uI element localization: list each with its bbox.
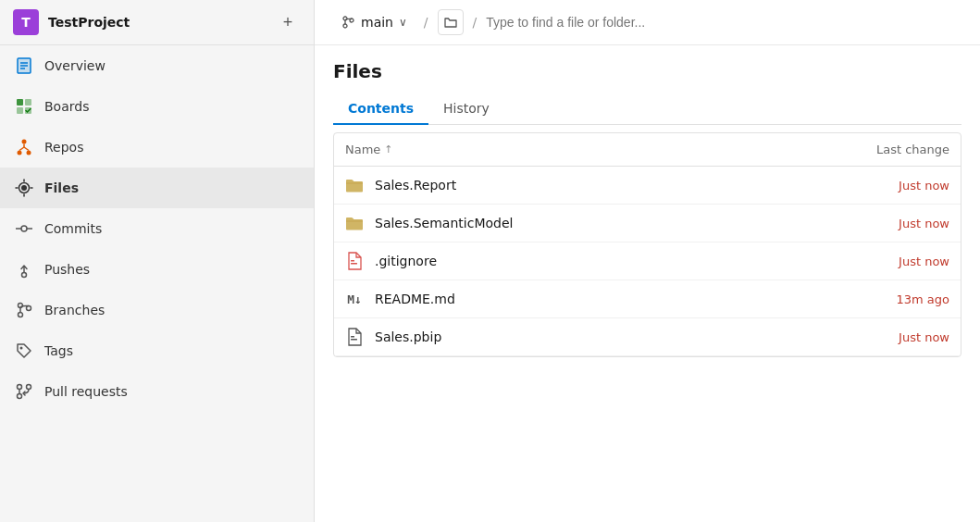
sidebar-scroll: Overview Boards [0, 45, 314, 522]
sidebar-item-label-commits: Commits [44, 221, 102, 236]
file-name: Sales.Report [375, 178, 864, 193]
sidebar-item-label-boards: Boards [44, 99, 89, 114]
file-time: Just now [875, 179, 949, 193]
tags-icon [15, 342, 33, 360]
svg-point-10 [18, 151, 22, 155]
sidebar-item-overview[interactable]: Overview [0, 45, 314, 86]
sidebar-item-pushes[interactable]: Pushes [0, 249, 314, 290]
file-name: .gitignore [375, 254, 864, 268]
sidebar-header: T TestProject + [0, 0, 314, 45]
file-name: Sales.pbip [375, 329, 864, 344]
table-wrapper: Name ↑ Last change Sales.Report Just now [333, 132, 961, 357]
file-icon [345, 252, 364, 270]
svg-rect-42 [351, 339, 357, 341]
svg-line-14 [24, 147, 29, 151]
add-project-button[interactable]: + [275, 9, 301, 35]
sidebar-item-commits[interactable]: Commits [0, 208, 314, 249]
svg-point-21 [21, 226, 27, 231]
table-row[interactable]: Sales.SemanticModel Just now [334, 205, 961, 242]
file-time: Just now [875, 217, 949, 230]
svg-point-11 [27, 151, 31, 155]
sort-icon: ↑ [384, 143, 392, 155]
repos-icon [15, 138, 33, 156]
branch-name: main [361, 15, 393, 30]
sidebar-item-boards[interactable]: Boards [0, 86, 314, 127]
files-icon [15, 179, 33, 197]
sidebar-item-pull-requests[interactable]: Pull requests [0, 371, 314, 412]
main-content: main ∨ / / Files Contents History Name ↑ [315, 0, 980, 522]
boards-icon [15, 97, 33, 116]
svg-rect-40 [351, 263, 357, 265]
svg-point-36 [343, 24, 347, 28]
svg-rect-41 [351, 336, 354, 338]
svg-rect-39 [351, 260, 354, 262]
markdown-icon: M↓ [345, 290, 364, 308]
table-row[interactable]: Sales.pbip Just now [334, 318, 961, 356]
file-name: README.md [375, 292, 864, 306]
file-time: Just now [875, 330, 949, 344]
file-time: 13m ago [875, 292, 949, 306]
sidebar-item-label-pushes: Pushes [44, 262, 90, 277]
table-header: Name ↑ Last change [334, 133, 961, 167]
svg-point-9 [22, 140, 27, 144]
page-title: Files [333, 60, 961, 82]
sidebar-item-label-repos: Repos [44, 140, 83, 155]
svg-rect-6 [25, 99, 31, 106]
table-row[interactable]: Sales.Report Just now [334, 167, 961, 205]
folder-icon [345, 214, 364, 232]
file-time: Just now [875, 255, 949, 268]
svg-point-31 [18, 385, 22, 390]
commits-icon [15, 219, 33, 238]
path-separator: / [424, 15, 428, 30]
svg-point-30 [20, 347, 23, 350]
svg-point-27 [19, 313, 23, 317]
sidebar-item-label-files: Files [44, 180, 79, 195]
tabs: Contents History [333, 93, 961, 125]
path-input[interactable] [486, 11, 961, 33]
branches-icon [15, 301, 33, 319]
folder-button[interactable] [438, 9, 464, 35]
project-name: TestProject [48, 15, 266, 30]
pull-requests-icon [15, 382, 33, 401]
sidebar-item-label-overview: Overview [44, 58, 105, 73]
branch-icon [341, 15, 355, 30]
col-name-header: Name ↑ [345, 143, 393, 156]
sidebar-item-branches[interactable]: Branches [0, 290, 314, 330]
svg-point-28 [27, 306, 31, 311]
sidebar-item-label-tags: Tags [44, 343, 73, 358]
branch-selector[interactable]: main ∨ [333, 11, 415, 33]
table-row[interactable]: M↓ README.md 13m ago [334, 280, 961, 318]
svg-point-32 [18, 394, 22, 399]
svg-rect-7 [17, 107, 23, 114]
col-last-change-header: Last change [876, 143, 949, 156]
files-header: Files Contents History [315, 45, 980, 125]
svg-point-24 [22, 273, 27, 278]
pushes-icon [15, 260, 33, 279]
svg-rect-5 [17, 99, 23, 106]
sidebar-item-files[interactable]: Files [0, 168, 314, 208]
file-table: Name ↑ Last change Sales.Report Just now [315, 125, 980, 522]
sidebar-item-repos[interactable]: Repos [0, 127, 314, 168]
project-avatar: T [13, 9, 39, 35]
tab-history[interactable]: History [428, 93, 504, 125]
folder-icon [443, 15, 458, 30]
toolbar: main ∨ / / [315, 0, 980, 45]
svg-point-33 [27, 385, 31, 390]
svg-line-13 [19, 147, 24, 151]
chevron-down-icon: ∨ [399, 16, 407, 29]
folder-icon [345, 176, 364, 194]
file-icon [345, 328, 364, 346]
sidebar-item-label-pull-requests: Pull requests [44, 384, 128, 399]
file-name: Sales.SemanticModel [375, 216, 864, 230]
path-separator-2: / [473, 15, 478, 30]
overview-icon [15, 56, 33, 75]
svg-point-15 [21, 185, 27, 191]
sidebar-item-label-branches: Branches [44, 303, 105, 317]
sidebar: T TestProject + Overview [0, 0, 315, 522]
table-row[interactable]: .gitignore Just now [334, 242, 961, 280]
sidebar-item-tags[interactable]: Tags [0, 330, 314, 371]
tab-contents[interactable]: Contents [333, 93, 428, 125]
